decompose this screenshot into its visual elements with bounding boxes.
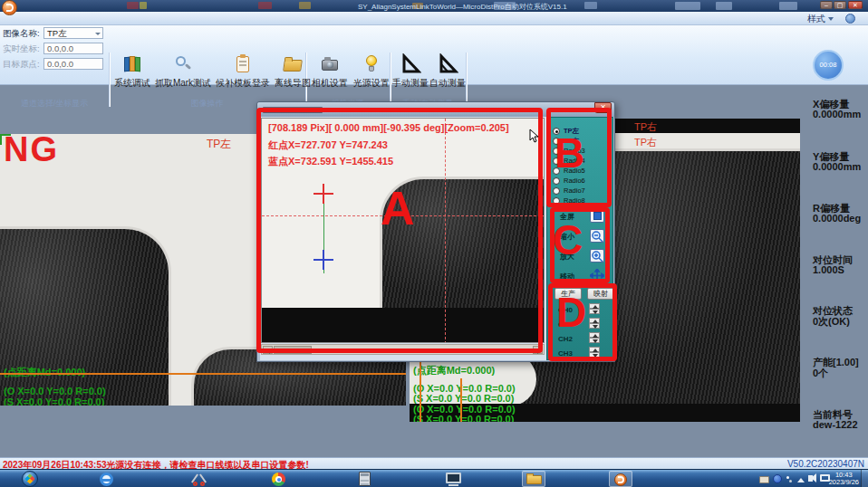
right-view-band-label: TP右 — [634, 120, 657, 134]
button-label: 抓取Mark测试 — [154, 77, 212, 90]
background-window-fragment — [127, 2, 139, 9]
offset-readout-s: (S X=0.0 Y=0.0 R=0.0) — [413, 393, 514, 404]
background-window-fragment — [779, 2, 797, 10]
display-stand — [448, 484, 458, 486]
align-time-value: 1.000S — [813, 264, 844, 275]
green-corner-mark — [0, 134, 2, 145]
right-view-label: TP右 — [634, 136, 657, 149]
button-label: 离线导图 — [274, 77, 312, 90]
maximize-button[interactable]: ▢ — [834, 1, 846, 9]
capacity-value: 0个 — [813, 367, 828, 380]
button-label: 手动测量 — [392, 77, 429, 90]
part-number-value: dew-1222 — [813, 419, 858, 430]
annotation-letter-c: C — [553, 215, 583, 264]
chevron-down-icon — [95, 33, 101, 35]
background-window-fragment — [299, 2, 311, 9]
annotation-letter-a: A — [381, 181, 415, 235]
target-origin-label: 目标原点: — [3, 58, 40, 70]
style-menu[interactable]: 样式 — [807, 13, 834, 25]
application-window: SY_AliagnSystemLinkToWorld—MicroDistPro自… — [0, 0, 868, 487]
tray-expand-icon[interactable] — [797, 478, 805, 482]
tray-briefcase-icon[interactable] — [759, 476, 769, 483]
group-divider — [466, 53, 467, 107]
start-button[interactable] — [22, 471, 38, 487]
system-debug-button[interactable]: 系统调试 — [112, 53, 152, 94]
image-name-label: 图像名称: — [3, 27, 40, 39]
background-window-fragment — [258, 2, 272, 9]
tray-app-icon[interactable] — [773, 474, 782, 483]
chevron-down-icon — [828, 17, 834, 21]
clock-date: 2023/9/26 — [829, 479, 859, 486]
button-label: 光源设置 — [352, 77, 391, 90]
tray-dot-icon[interactable] — [786, 476, 789, 479]
y-offset-value: 0.0000mm — [813, 161, 861, 172]
timer-badge: 00:08 — [813, 50, 844, 81]
light-settings-button[interactable]: 光源设置 — [352, 53, 391, 94]
image-name-combo[interactable]: TP左 — [43, 27, 103, 39]
button-label: 相机设置 — [309, 77, 351, 90]
bulb-icon — [361, 53, 382, 75]
button-label: 候补模板登录 — [214, 77, 272, 90]
magnifier-icon — [172, 53, 194, 75]
grab-mark-test-button[interactable]: 抓取Mark测试 — [154, 53, 212, 94]
folder-icon — [282, 53, 304, 75]
explorer-taskbar-slot[interactable] — [522, 471, 545, 487]
image-name-value: TP左 — [47, 28, 67, 38]
chrome-icon[interactable] — [272, 473, 285, 486]
manual-measure-button[interactable]: 手动测量 — [392, 53, 429, 94]
calculator-icon[interactable] — [359, 472, 371, 486]
show-desktop-button[interactable] — [861, 470, 868, 487]
background-window-fragment — [584, 2, 597, 9]
align-status-value: 0次(OK) — [813, 315, 850, 329]
folder-icon — [526, 475, 542, 484]
x-offset-value: 0.0000mm — [813, 109, 861, 119]
annotation-letter-b: B — [555, 129, 584, 177]
app-logo[interactable] — [2, 0, 17, 15]
menu-tab-row — [0, 12, 868, 25]
app-icon — [614, 473, 627, 486]
close-button[interactable]: ✕ — [848, 1, 863, 9]
background-window-fragment — [140, 2, 147, 9]
realtime-coord-field[interactable]: 0.0,0.0 — [43, 43, 103, 54]
app-taskbar-slot[interactable] — [609, 471, 632, 487]
button-label: 自动测量 — [429, 77, 466, 90]
template-register-button[interactable]: 候补模板登录 — [214, 53, 272, 94]
display-icon[interactable] — [446, 473, 461, 483]
folder-tab — [526, 473, 534, 476]
offline-image-button[interactable]: 离线导图 — [274, 53, 312, 94]
tray-clock[interactable]: 10:43 2023/9/26 — [829, 472, 859, 486]
window-title: SY_AliagnSystemLinkToWorld—MicroDistPro自… — [358, 2, 567, 12]
set-square-icon — [400, 53, 421, 75]
auto-measure-button[interactable]: 自动测量 — [429, 53, 466, 94]
r-offset-value: 0.0000deg — [813, 213, 861, 224]
minimize-button[interactable]: – — [820, 1, 833, 9]
help-icon[interactable] — [845, 14, 855, 24]
ribbon: 图像名称: TP左 实时坐标: 0.0,0.0 目标原点: 0.0,0.0 系统… — [0, 25, 868, 85]
taskbar: 10:43 2023/9/26 — [0, 469, 868, 487]
camera-settings-button[interactable]: 相机设置 — [309, 53, 351, 94]
background-window-fragment — [675, 2, 700, 10]
speaker-cone-icon — [811, 473, 816, 482]
realtime-coord-label: 实时坐标: — [3, 43, 40, 54]
target-origin-field[interactable]: 0.0,0.0 — [43, 58, 103, 70]
background-window-fragment — [716, 2, 732, 10]
ng-result-text: NG — [4, 134, 59, 169]
snipping-tool-icon[interactable] — [192, 473, 207, 486]
tray-dot-icon[interactable] — [789, 480, 792, 482]
offset-readout-s2: (S X=0.0 Y=0.0 R=0.0) — [413, 414, 514, 422]
camera-icon — [319, 53, 341, 75]
orange-guide-line-vertical — [460, 378, 462, 422]
clipboard-icon — [232, 53, 254, 75]
set-square-icon — [437, 53, 458, 75]
group-label-channel: 通道选择/坐标显示 — [0, 98, 109, 110]
internet-explorer-icon[interactable] — [100, 473, 113, 486]
orange-guide-line — [0, 373, 406, 375]
annotation-letter-d: D — [556, 288, 586, 337]
status-bar: 2023年09月26日10:43:53光源没有连接，请检查串口线缆以及串口设置参… — [0, 457, 868, 469]
books-icon — [121, 53, 143, 75]
button-label: 系统调试 — [112, 77, 152, 90]
offset-readout-s: (S X=0.0 Y=0.0 R=0.0) — [4, 396, 104, 406]
distance-readout: (点距离Md=0.000) — [413, 364, 495, 377]
mouse-cursor — [529, 129, 540, 143]
version-text: V50.2C20230407N — [787, 459, 864, 469]
